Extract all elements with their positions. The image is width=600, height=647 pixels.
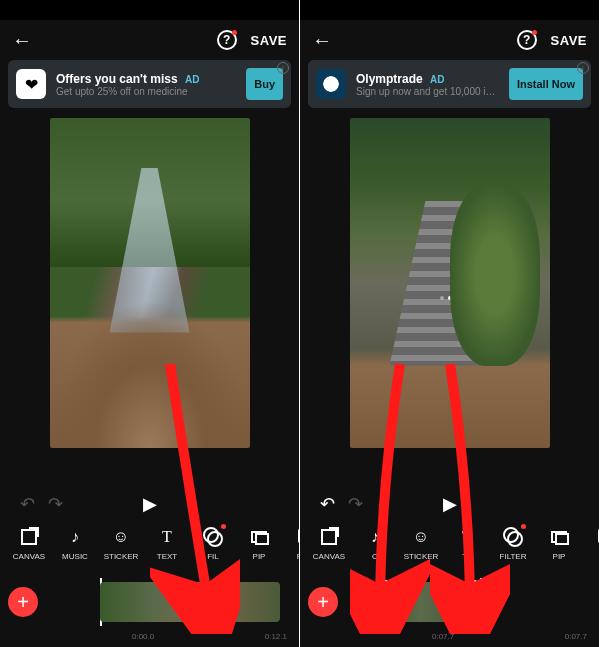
tool-pre[interactable] xyxy=(582,526,599,552)
video-preview[interactable] xyxy=(0,114,299,486)
ad-label: AD xyxy=(430,74,444,85)
text-icon: T xyxy=(456,526,478,548)
save-button[interactable]: SAVE xyxy=(251,33,287,48)
editor-pane-right: ← ? SAVE Olymptrade AD Sign up now and g… xyxy=(300,0,600,647)
top-bar: ← ? SAVE xyxy=(300,20,599,60)
timeline-row: + xyxy=(0,572,299,632)
tool-pip[interactable]: PIP xyxy=(536,526,582,561)
video-clip[interactable] xyxy=(100,582,280,622)
ad-text: Olymptrade AD Sign up now and get 10,000… xyxy=(356,72,501,97)
filter-icon xyxy=(205,529,221,545)
status-bar xyxy=(300,0,599,20)
ad-label: AD xyxy=(185,74,199,85)
back-icon[interactable]: ← xyxy=(12,29,32,52)
playback-controls: ↶ ↷ ▶ xyxy=(300,486,599,522)
ad-title: Olymptrade xyxy=(356,72,423,86)
ad-text: Offers you can't miss AD Get upto 25% of… xyxy=(56,72,238,97)
add-clip-button[interactable]: + xyxy=(308,587,338,617)
save-button[interactable]: SAVE xyxy=(551,33,587,48)
filter-icon xyxy=(505,529,521,545)
ad-cta-button[interactable]: Buy xyxy=(246,68,283,100)
tool-canvas[interactable]: CANVAS xyxy=(306,526,352,561)
ad-subtitle: Get upto 25% off on medicine xyxy=(56,86,238,97)
back-icon[interactable]: ← xyxy=(312,29,332,52)
ad-title: Offers you can't miss xyxy=(56,72,178,86)
time-total: 0:07.7 xyxy=(565,632,587,641)
top-bar: ← ? SAVE xyxy=(0,20,299,60)
tool-sticker[interactable]: ☺STICKER xyxy=(398,526,444,561)
time-current: 0:00.0 xyxy=(132,632,154,641)
tool-pip[interactable]: PIP xyxy=(236,526,282,561)
ad-banner[interactable]: ❤ Offers you can't miss AD Get upto 25% … xyxy=(8,60,291,108)
play-icon[interactable]: ▶ xyxy=(143,493,157,515)
tool-bar: CANVAS ♪MUSIC ☺STICKER TTEXT FIL PIP PRE xyxy=(0,522,299,572)
ad-info-icon[interactable]: i xyxy=(277,62,289,74)
tool-music[interactable]: ♪MUSIC xyxy=(52,526,98,561)
video-preview[interactable] xyxy=(300,114,599,486)
tool-filter[interactable]: FILTER xyxy=(490,526,536,561)
time-total: 0:12.1 xyxy=(265,632,287,641)
sticker-icon: ☺ xyxy=(410,526,432,548)
redo-icon[interactable]: ↷ xyxy=(348,493,363,515)
ad-app-icon: ❤ xyxy=(16,69,46,99)
playback-controls: ↶ ↷ ▶ xyxy=(0,486,299,522)
sticker-icon: ☺ xyxy=(110,526,132,548)
video-clip[interactable]: 7.7 xyxy=(380,582,460,622)
tool-canvas[interactable]: CANVAS xyxy=(6,526,52,561)
tool-pre[interactable]: PRE xyxy=(282,526,299,561)
help-icon[interactable]: ? xyxy=(217,30,237,50)
add-clip-button[interactable]: + xyxy=(8,587,38,617)
timecodes: 0:07.7 0:07.7 xyxy=(300,632,599,647)
music-icon: ♪ xyxy=(364,526,386,548)
clip-duration: 7.7 xyxy=(439,584,456,595)
precut-icon xyxy=(298,528,299,546)
timeline-row: + 7.7 xyxy=(300,572,599,632)
tool-text[interactable]: TTEXT xyxy=(144,526,190,561)
status-bar xyxy=(0,0,299,20)
tool-bar: CANVAS ♪C ☺STICKER TTE FILTER PIP xyxy=(300,522,599,572)
timecodes: 0:00.0 0:12.1 xyxy=(0,632,299,647)
video-frame xyxy=(50,118,250,448)
ad-subtitle: Sign up now and get 10,000 in your demo … xyxy=(356,86,501,97)
playhead[interactable] xyxy=(480,578,482,626)
undo-icon[interactable]: ↶ xyxy=(20,493,35,515)
timeline[interactable] xyxy=(50,582,291,622)
help-icon[interactable]: ? xyxy=(517,30,537,50)
ad-cta-button[interactable]: Install Now xyxy=(509,68,583,100)
editor-pane-left: ← ? SAVE ❤ Offers you can't miss AD Get … xyxy=(0,0,300,647)
pip-icon xyxy=(251,531,267,543)
ad-info-icon[interactable]: i xyxy=(577,62,589,74)
redo-icon[interactable]: ↷ xyxy=(48,493,63,515)
page-indicator xyxy=(440,296,460,300)
tool-text[interactable]: TTE xyxy=(444,526,490,561)
tool-filter[interactable]: FIL xyxy=(190,526,236,561)
tool-sticker[interactable]: ☺STICKER xyxy=(98,526,144,561)
canvas-icon xyxy=(21,529,37,545)
undo-icon[interactable]: ↶ xyxy=(320,493,335,515)
pip-icon xyxy=(551,531,567,543)
time-current: 0:07.7 xyxy=(432,632,454,641)
play-icon[interactable]: ▶ xyxy=(443,493,457,515)
ad-app-icon xyxy=(316,69,346,99)
music-icon: ♪ xyxy=(64,526,86,548)
video-frame xyxy=(350,118,550,448)
canvas-icon xyxy=(321,529,337,545)
trim-handle-right[interactable] xyxy=(464,580,478,624)
precut-icon xyxy=(598,528,599,546)
ad-banner[interactable]: Olymptrade AD Sign up now and get 10,000… xyxy=(308,60,591,108)
text-icon: T xyxy=(156,526,178,548)
tool-music[interactable]: ♪C xyxy=(352,526,398,561)
timeline[interactable]: 7.7 xyxy=(350,582,591,622)
